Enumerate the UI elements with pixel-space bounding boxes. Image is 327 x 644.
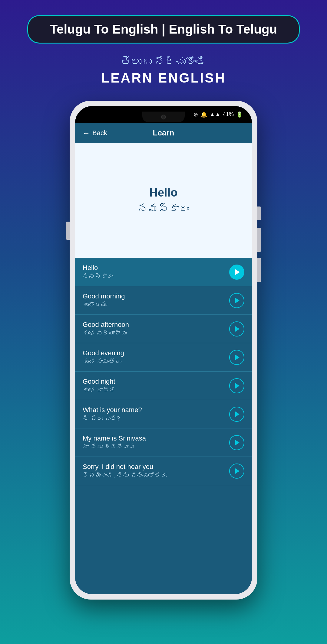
battery-icon: 🔋 [236, 111, 243, 118]
list-item[interactable]: Good nightశుభ రాత్రి [75, 372, 252, 400]
side-button-right-top [257, 207, 261, 220]
play-icon [235, 269, 240, 275]
list-item[interactable]: What is your name?నీ పేరు ఏంటి? [75, 400, 252, 428]
play-icon [235, 411, 239, 417]
item-english: What is your name? [83, 406, 142, 414]
subtitle-english: LEARN ENGLISH [101, 70, 226, 86]
play-button[interactable] [229, 463, 244, 479]
status-wifi: ⊕ [193, 111, 198, 118]
item-telugu: క్షమించండి, నేను వినించుకోలేదు [83, 472, 167, 479]
subtitle-telugu: తెలుగు నేర్చుకోండి [101, 56, 226, 67]
play-button[interactable] [229, 378, 244, 393]
battery-percent: 41% [223, 111, 234, 118]
play-button[interactable] [229, 321, 244, 337]
camera [161, 115, 166, 119]
play-button[interactable] [229, 435, 244, 450]
item-english: Good night [83, 378, 116, 385]
side-button-right-bot [257, 258, 261, 282]
side-button-left [66, 222, 70, 240]
subtitle-area: తెలుగు నేర్చుకోండి LEARN ENGLISH [101, 56, 226, 86]
play-icon [235, 326, 239, 332]
list-item[interactable]: Good afternoonశుభ మధ్యాహ్నం [75, 315, 252, 343]
play-icon [235, 383, 239, 389]
play-button[interactable] [229, 350, 244, 365]
play-button[interactable] [229, 265, 244, 280]
play-button[interactable] [229, 407, 244, 422]
list-item-text: Good morningశుభోదయం [83, 292, 125, 308]
item-english: Hello [83, 264, 113, 272]
back-label: Back [92, 129, 107, 137]
item-telugu: నమస్కారం [83, 273, 113, 280]
play-icon [235, 440, 239, 445]
list-item-text: Sorry, I did not hear youక్షమించండి, నేన… [83, 463, 167, 479]
header-title: Learn [153, 128, 174, 138]
status-vol: 🔔 [200, 111, 207, 118]
list-item-text: What is your name?నీ పేరు ఏంటి? [83, 406, 142, 422]
item-telugu: శుభ సాయంత్రం [83, 358, 124, 365]
status-signal: ▲▲ [210, 111, 220, 118]
item-english: Good morning [83, 292, 125, 300]
item-telugu: శుభోదయం [83, 301, 125, 308]
list-item[interactable]: Good eveningశుభ సాయంత్రం [75, 343, 252, 372]
play-icon [235, 468, 239, 474]
list-item[interactable]: Sorry, I did not hear youక్షమించండి, నేన… [75, 457, 252, 485]
play-icon [235, 355, 239, 360]
list-item[interactable]: Good morningశుభోదయం [75, 286, 252, 315]
phone-frame: ⊕ 🔔 ▲▲ 41% 🔋 ← Back Learn Hello నమస్కారం… [70, 101, 257, 600]
flashcard-english: Hello [150, 186, 178, 199]
play-icon [235, 298, 239, 303]
item-english: Good evening [83, 349, 124, 357]
status-bar: ⊕ 🔔 ▲▲ 41% 🔋 [75, 106, 252, 123]
item-telugu: నా పేరు శ్రీనివాస [83, 444, 146, 450]
app-title-container: Telugu To English | English To Telugu [27, 15, 300, 44]
item-telugu: నీ పేరు ఏంటి? [83, 415, 142, 422]
list-item-text: Good nightశుభ రాత్రి [83, 378, 116, 394]
item-english: Good afternoon [83, 321, 129, 329]
list-item[interactable]: Helloనమస్కారం [75, 258, 252, 286]
list-area: Helloనమస్కారంGood morningశుభోదయంGood aft… [75, 258, 252, 594]
back-button[interactable]: ← Back [83, 129, 107, 137]
phone-inner: ⊕ 🔔 ▲▲ 41% 🔋 ← Back Learn Hello నమస్కారం… [75, 106, 252, 594]
item-english: My name is Srinivasa [83, 434, 146, 442]
list-item-text: Helloనమస్కారం [83, 264, 113, 280]
flashcard-telugu: నమస్కారం [138, 203, 189, 215]
list-item-text: Good afternoonశుభ మధ్యాహ్నం [83, 321, 129, 337]
item-english: Sorry, I did not hear you [83, 463, 167, 471]
list-item-text: My name is Srinivasaనా పేరు శ్రీనివాస [83, 434, 146, 450]
play-button[interactable] [229, 293, 244, 308]
list-item-text: Good eveningశుభ సాయంత్రం [83, 349, 124, 365]
app-header: ← Back Learn [75, 123, 252, 143]
side-button-right-mid [257, 228, 261, 252]
flashcard-area: Hello నమస్కారం [75, 143, 252, 258]
notch-cutout [142, 112, 185, 122]
item-telugu: శుభ మధ్యాహ్నం [83, 330, 129, 337]
list-item[interactable]: My name is Srinivasaనా పేరు శ్రీనివాస [75, 428, 252, 457]
back-arrow-icon: ← [83, 129, 90, 137]
item-telugu: శుభ రాత్రి [83, 387, 116, 394]
app-title: Telugu To English | English To Telugu [50, 22, 277, 36]
